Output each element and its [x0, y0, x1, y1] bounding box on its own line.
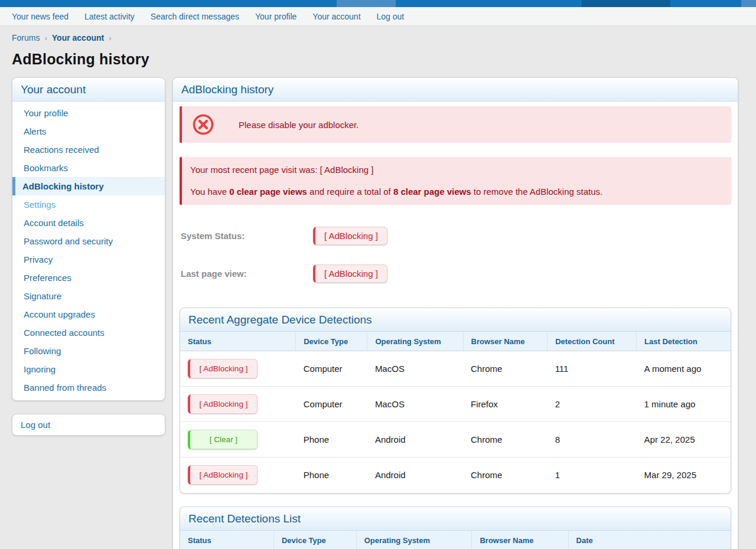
- last-page-view-row: Last page view: [ AdBlocking ]: [181, 264, 731, 283]
- sidebar: Your account Your profile Alerts Reactio…: [12, 77, 165, 436]
- nav-your-profile[interactable]: Your profile: [255, 12, 296, 21]
- cell-device-type: Computer: [296, 351, 367, 387]
- breadcrumb-your-account[interactable]: Your account: [52, 33, 104, 43]
- cell-last-detection: 1 minute ago: [637, 387, 731, 422]
- sidebar-item-preferences[interactable]: Preferences: [12, 269, 165, 287]
- nav-search-direct-messages[interactable]: Search direct messages: [151, 12, 239, 21]
- col-status: Status: [180, 332, 296, 351]
- sidebar-item-following[interactable]: Following: [12, 342, 165, 360]
- nav-latest-activity[interactable]: Latest activity: [84, 12, 135, 21]
- cell-browser-name: Chrome: [463, 422, 548, 458]
- cell-detection-count: 8: [548, 422, 637, 458]
- col-date: Date: [568, 531, 731, 549]
- page-container: Forums › Your account › AdBlocking histo…: [0, 33, 756, 549]
- cell-device-type: Computer: [296, 387, 367, 422]
- aggregate-detections-panel: Recent Aggregate Device Detections Statu…: [180, 308, 731, 494]
- last-page-view-badge: [ AdBlocking ]: [313, 264, 387, 283]
- strip-segment: [337, 0, 396, 7]
- main-panel: AdBlocking history Please disable your a…: [172, 77, 738, 549]
- nav-your-news-feed[interactable]: Your news feed: [12, 12, 69, 21]
- aggregate-detections-table: Status Device Type Operating System Brow…: [180, 332, 731, 493]
- strip-segment: [670, 0, 741, 7]
- cell-browser-name: Firefox: [463, 387, 548, 422]
- cell-device-type: Phone: [296, 458, 367, 493]
- cell-detection-count: 2: [548, 387, 637, 422]
- col-device-type: Device Type: [273, 531, 356, 549]
- cell-operating-system: MacOS: [367, 351, 463, 387]
- recent-detections-table: Status Device Type Operating System Brow…: [180, 531, 731, 549]
- table-row: [ AdBlocking ] Computer MacOS Chrome 111…: [180, 351, 731, 387]
- cell-last-detection: Apr 22, 2025: [637, 422, 731, 458]
- status-badge: [ AdBlocking ]: [188, 394, 258, 414]
- aggregate-detections-title: Recent Aggregate Device Detections: [180, 308, 731, 332]
- col-status: Status: [180, 531, 273, 549]
- recent-detections-panel: Recent Detections List Status Device Typ…: [180, 506, 731, 549]
- sidebar-item-account-upgrades[interactable]: Account upgrades: [12, 305, 165, 323]
- strip-segment: [396, 0, 582, 7]
- sidebar-item-account-details[interactable]: Account details: [12, 214, 165, 232]
- last-page-view-label: Last page view:: [181, 269, 313, 279]
- strip-segment: [0, 0, 337, 7]
- sidebar-title: Your account: [12, 78, 165, 102]
- main-panel-title: AdBlocking history: [173, 78, 738, 102]
- status-badge: [ Clear ]: [188, 430, 258, 449]
- text: and require a total of: [307, 187, 393, 197]
- sidebar-item-signature[interactable]: Signature: [12, 287, 165, 305]
- strip-segment: [582, 0, 670, 7]
- cell-detection-count: 1: [548, 458, 637, 493]
- visit-status-notice: Your most recent page visit was: [ AdBlo…: [180, 157, 731, 205]
- system-status-badge: [ AdBlocking ]: [313, 227, 387, 245]
- sidebar-item-bookmarks[interactable]: Bookmarks: [12, 159, 165, 177]
- col-operating-system: Operating System: [367, 332, 463, 351]
- top-navbar: Your news feed Latest activity Search di…: [0, 7, 756, 26]
- error-circle-x-icon: [191, 113, 215, 136]
- col-operating-system: Operating System: [356, 531, 472, 549]
- col-detection-count: Detection Count: [548, 332, 637, 351]
- breadcrumb-forums[interactable]: Forums: [12, 33, 40, 43]
- chevron-right-icon: ›: [44, 34, 47, 43]
- sidebar-item-alerts[interactable]: Alerts: [12, 122, 165, 140]
- status-summary: System Status: [ AdBlocking ] Last page …: [180, 226, 731, 283]
- cell-last-detection: Mar 29, 2025: [637, 458, 731, 493]
- breadcrumb: Forums › Your account ›: [12, 33, 738, 43]
- cell-operating-system: Android: [367, 422, 463, 458]
- error-message: Please disable your adblocker.: [239, 120, 359, 130]
- sidebar-item-your-profile[interactable]: Your profile: [12, 104, 165, 122]
- system-status-row: System Status: [ AdBlocking ]: [181, 226, 731, 245]
- status-badge: [ AdBlocking ]: [188, 359, 258, 378]
- sidebar-item-adblocking-history[interactable]: AdBlocking history: [12, 177, 165, 195]
- sidebar-item-reactions-received[interactable]: Reactions received: [12, 140, 165, 159]
- sidebar-item-privacy[interactable]: Privacy: [12, 250, 165, 269]
- adblock-error-notice: Please disable your adblocker.: [180, 106, 731, 143]
- recent-detections-title: Recent Detections List: [180, 507, 731, 531]
- col-browser-name: Browser Name: [463, 332, 548, 351]
- browser-chrome-strip: [0, 0, 756, 7]
- clear-views-required: 8 clear page views: [393, 187, 471, 197]
- strip-segment: [741, 0, 756, 7]
- cell-detection-count: 111: [548, 351, 637, 387]
- cell-device-type: Phone: [296, 422, 367, 458]
- table-header-row: Status Device Type Operating System Brow…: [180, 531, 731, 549]
- nav-log-out[interactable]: Log out: [377, 12, 405, 21]
- cell-browser-name: Chrome: [463, 351, 548, 387]
- sidebar-item-connected-accounts[interactable]: Connected accounts: [12, 323, 165, 342]
- chevron-right-icon: ›: [109, 34, 111, 43]
- text: to remove the AdBlocking status.: [471, 187, 603, 197]
- logout-link[interactable]: Log out: [12, 414, 165, 435]
- cell-browser-name: Chrome: [463, 458, 548, 493]
- col-browser-name: Browser Name: [472, 531, 568, 549]
- clear-views-current: 0 clear page views: [229, 187, 307, 197]
- sidebar-item-banned-from-threads[interactable]: Banned from threads: [12, 378, 165, 397]
- table-row: [ Clear ] Phone Android Chrome 8 Apr 22,…: [180, 422, 731, 458]
- sidebar-item-ignoring[interactable]: Ignoring: [12, 360, 165, 378]
- cell-last-detection: A moment ago: [637, 351, 731, 387]
- status-badge: [ AdBlocking ]: [188, 465, 258, 485]
- logout-panel: Log out: [12, 414, 165, 436]
- table-row: [ AdBlocking ] Phone Android Chrome 1 Ma…: [180, 458, 731, 493]
- nav-your-account[interactable]: Your account: [312, 12, 360, 21]
- sidebar-item-password-and-security[interactable]: Password and security: [12, 232, 165, 250]
- system-status-label: System Status:: [181, 231, 313, 241]
- sidebar-item-settings[interactable]: Settings: [12, 195, 165, 214]
- text: You have: [190, 187, 229, 197]
- cell-operating-system: MacOS: [367, 387, 463, 422]
